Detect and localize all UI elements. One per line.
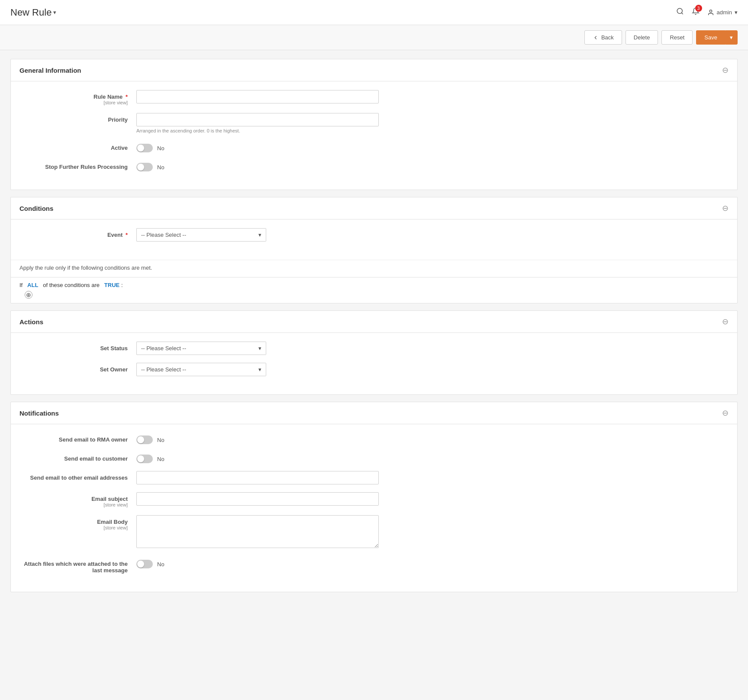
reset-button-label: Reset	[670, 34, 684, 41]
attach-files-label: Attach files which were attached to the …	[24, 557, 136, 574]
conditions-header[interactable]: Conditions ⊖	[11, 197, 737, 219]
set-owner-label: Set Owner	[24, 363, 136, 373]
email-subject-label: Email subject [store view]	[24, 492, 136, 507]
svg-point-0	[677, 8, 682, 13]
send-email-customer-row: Send email to customer No	[24, 452, 724, 463]
page-title-text: New Rule	[10, 7, 52, 18]
event-select-arrow-button[interactable]: ▾	[254, 228, 266, 242]
priority-label: Priority	[24, 113, 136, 123]
send-email-rma-row: Send email to RMA owner No	[24, 433, 724, 444]
rule-name-input[interactable]	[136, 90, 379, 103]
set-status-label: Set Status	[24, 342, 136, 352]
event-row: Event * -- Please Select -- ▾	[24, 228, 724, 242]
set-status-row: Set Status -- Please Select -- ▾	[24, 342, 724, 355]
delete-button[interactable]: Delete	[625, 30, 658, 45]
notification-count-badge: 3	[695, 5, 702, 12]
delete-button-label: Delete	[634, 34, 650, 41]
priority-hint: Arranged in the ascending order. 0 is th…	[136, 128, 724, 133]
reset-button[interactable]: Reset	[661, 30, 693, 45]
email-subject-input[interactable]	[136, 492, 379, 506]
actions-toggle-icon: ⊖	[722, 317, 729, 326]
conditions-body: Event * -- Please Select -- ▾	[11, 219, 737, 260]
set-owner-row: Set Owner -- Please Select -- ▾	[24, 363, 724, 376]
conditions-title: Conditions	[19, 205, 53, 212]
add-condition-button[interactable]: ⊕	[25, 291, 32, 299]
conditions-if-block: If ALL of these conditions are TRUE : ⊕	[11, 277, 737, 303]
save-dropdown-icon: ▾	[730, 34, 733, 41]
send-email-rma-toggle[interactable]	[136, 435, 153, 444]
title-dropdown-arrow-icon[interactable]: ▾	[53, 9, 56, 16]
conditions-section: Conditions ⊖ Event * -- Please Select --…	[10, 197, 738, 303]
actions-header[interactable]: Actions ⊖	[11, 311, 737, 333]
email-body-label: Email Body [store view]	[24, 515, 136, 530]
notifications-body: Send email to RMA owner No Send email to…	[11, 424, 737, 592]
svg-point-2	[709, 10, 712, 12]
active-label: Active	[24, 141, 136, 151]
send-email-customer-label: Send email to customer	[24, 452, 136, 462]
send-email-rma-toggle-label: No	[157, 437, 164, 443]
actions-section: Actions ⊖ Set Status -- Please Select --…	[10, 310, 738, 395]
event-select[interactable]: -- Please Select --	[136, 228, 254, 242]
attach-files-toggle[interactable]	[136, 560, 153, 568]
send-email-rma-label: Send email to RMA owner	[24, 433, 136, 443]
actions-body: Set Status -- Please Select -- ▾ Set Own…	[11, 333, 737, 394]
send-email-other-row: Send email to other email addresses	[24, 471, 724, 484]
attach-files-row: Attach files which were attached to the …	[24, 557, 724, 574]
notifications-toggle-icon: ⊖	[722, 408, 729, 418]
general-information-body: Rule Name * [store view] Priority Arrang…	[11, 81, 737, 190]
stop-further-toggle[interactable]	[136, 163, 153, 171]
priority-row: Priority Arranged in the ascending order…	[24, 113, 724, 133]
username-label: admin	[717, 9, 732, 16]
set-status-select-arrow-button[interactable]: ▾	[254, 342, 266, 355]
search-icon[interactable]	[676, 7, 684, 17]
send-email-customer-toggle-label: No	[157, 456, 164, 462]
send-email-customer-toggle[interactable]	[136, 455, 153, 463]
save-button-group: Save ▾	[696, 30, 738, 45]
active-row: Active No	[24, 141, 724, 152]
notifications-header[interactable]: Notifications ⊖	[11, 402, 737, 424]
stop-further-toggle-label: No	[157, 164, 164, 171]
set-owner-select-arrow-button[interactable]: ▾	[254, 363, 266, 376]
back-button-label: Back	[601, 34, 614, 41]
stop-further-label: Stop Further Rules Processing	[24, 160, 136, 170]
conditions-apply-text: Apply the rule only if the following con…	[11, 260, 737, 277]
email-body-row: Email Body [store view]	[24, 515, 724, 549]
save-button-label: Save	[704, 34, 717, 41]
general-information-title: General Information	[19, 67, 81, 74]
svg-line-1	[681, 13, 683, 14]
priority-input[interactable]	[136, 113, 379, 126]
active-toggle-label: No	[157, 145, 164, 152]
event-label: Event *	[24, 228, 136, 238]
active-toggle[interactable]	[136, 144, 153, 152]
set-status-select[interactable]: -- Please Select --	[136, 342, 254, 355]
email-body-textarea[interactable]	[136, 515, 379, 548]
save-dropdown-button[interactable]: ▾	[725, 30, 738, 45]
actions-title: Actions	[19, 318, 43, 326]
general-information-toggle-icon: ⊖	[722, 65, 729, 75]
header-right: 3 admin ▾	[676, 7, 738, 17]
back-button[interactable]: Back	[584, 30, 622, 45]
action-bar: Back Delete Reset Save ▾	[0, 25, 748, 50]
send-email-other-label: Send email to other email addresses	[24, 471, 136, 481]
main-content: General Information ⊖ Rule Name * [store…	[0, 50, 748, 608]
admin-user-menu[interactable]: admin ▾	[707, 9, 738, 16]
notifications-section: Notifications ⊖ Send email to RMA owner …	[10, 402, 738, 592]
send-email-other-input[interactable]	[136, 471, 379, 484]
set-owner-select[interactable]: -- Please Select --	[136, 363, 254, 376]
notification-bell-icon[interactable]: 3	[692, 7, 700, 17]
attach-files-toggle-label: No	[157, 561, 164, 568]
email-subject-row: Email subject [store view]	[24, 492, 724, 507]
conditions-all-link[interactable]: ALL	[27, 282, 38, 288]
general-information-header[interactable]: General Information ⊖	[11, 59, 737, 81]
general-information-section: General Information ⊖ Rule Name * [store…	[10, 59, 738, 190]
rule-name-label: Rule Name * [store view]	[24, 90, 136, 105]
conditions-true-link[interactable]: TRUE	[104, 282, 119, 288]
page-title: New Rule ▾	[10, 7, 56, 18]
user-dropdown-icon: ▾	[735, 9, 738, 16]
notifications-title: Notifications	[19, 410, 59, 417]
conditions-toggle-icon: ⊖	[722, 203, 729, 213]
rule-name-row: Rule Name * [store view]	[24, 90, 724, 105]
stop-further-row: Stop Further Rules Processing No	[24, 160, 724, 171]
save-button[interactable]: Save	[696, 30, 725, 45]
